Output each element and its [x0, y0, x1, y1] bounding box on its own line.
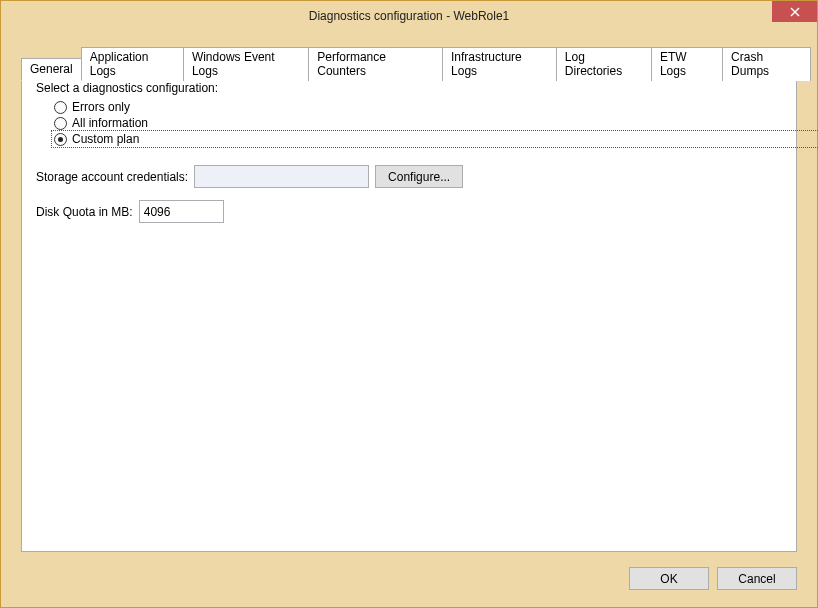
close-icon [790, 7, 800, 17]
radio-errors-only[interactable]: Errors only [54, 99, 782, 115]
radio-dot-icon [58, 137, 63, 142]
select-config-label: Select a diagnostics configuration: [36, 81, 782, 95]
tab-label: General [30, 62, 73, 76]
tab-application-logs[interactable]: Application Logs [81, 47, 184, 81]
tab-general[interactable]: General [21, 58, 82, 81]
titlebar[interactable]: Diagnostics configuration - WebRole1 [1, 1, 817, 31]
configure-button[interactable]: Configure... [375, 165, 463, 188]
window-title: Diagnostics configuration - WebRole1 [1, 9, 817, 23]
radio-label: Custom plan [72, 132, 139, 146]
disk-quota-label: Disk Quota in MB: [36, 205, 133, 219]
tab-log-directories[interactable]: Log Directories [556, 47, 652, 81]
tab-crash-dumps[interactable]: Crash Dumps [722, 47, 811, 81]
tab-windows-event-logs[interactable]: Windows Event Logs [183, 47, 309, 81]
button-label: OK [660, 572, 677, 586]
tab-label: ETW Logs [660, 50, 687, 78]
close-button[interactable] [772, 1, 817, 22]
tabstrip: General Application Logs Windows Event L… [21, 46, 810, 80]
tab-label: Application Logs [90, 50, 149, 78]
disk-quota-row: Disk Quota in MB: [36, 200, 782, 223]
tab-label: Crash Dumps [731, 50, 769, 78]
tab-label: Performance Counters [317, 50, 386, 78]
dialog-window: Diagnostics configuration - WebRole1 Gen… [0, 0, 818, 608]
tab-label: Log Directories [565, 50, 622, 78]
ok-button[interactable]: OK [629, 567, 709, 590]
radio-icon [54, 101, 67, 114]
tab-infrastructure-logs[interactable]: Infrastructure Logs [442, 47, 557, 81]
tab-etw-logs[interactable]: ETW Logs [651, 47, 723, 81]
tab-performance-counters[interactable]: Performance Counters [308, 47, 443, 81]
radio-label: All information [72, 116, 148, 130]
disk-quota-input[interactable] [139, 200, 224, 223]
storage-label: Storage account credentials: [36, 170, 188, 184]
storage-credentials-input[interactable] [194, 165, 369, 188]
focus-ring [51, 130, 818, 148]
button-label: Cancel [738, 572, 775, 586]
tab-panel-general: Select a diagnostics configuration: Erro… [21, 66, 797, 552]
storage-row: Storage account credentials: Configure..… [36, 165, 782, 188]
dialog-footer: OK Cancel [629, 567, 797, 590]
radio-label: Errors only [72, 100, 130, 114]
tab-label: Windows Event Logs [192, 50, 275, 78]
cancel-button[interactable]: Cancel [717, 567, 797, 590]
radio-all-information[interactable]: All information [54, 115, 782, 131]
radio-icon [54, 117, 67, 130]
button-label: Configure... [388, 170, 450, 184]
client-area: General Application Logs Windows Event L… [8, 31, 810, 600]
radio-custom-plan[interactable]: Custom plan [54, 131, 782, 147]
radio-icon [54, 133, 67, 146]
tab-label: Infrastructure Logs [451, 50, 522, 78]
config-radio-group: Errors only All information Custom plan [54, 99, 782, 147]
